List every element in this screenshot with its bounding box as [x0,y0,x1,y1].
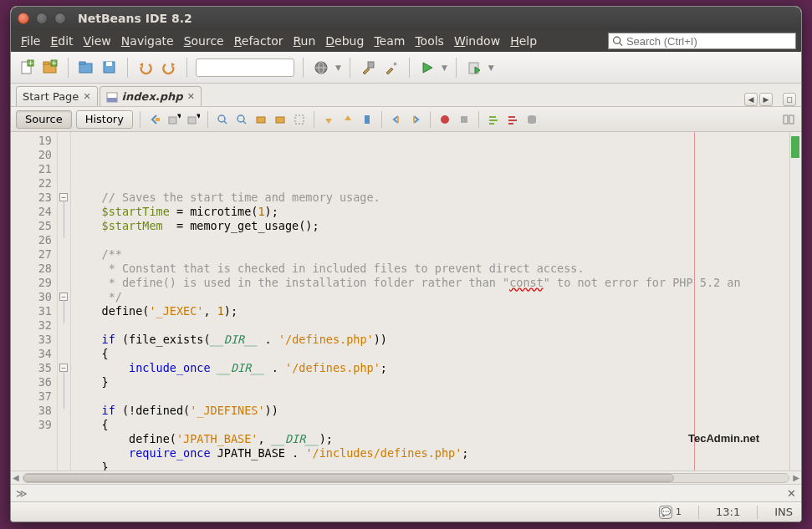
tab-close-icon[interactable]: ✕ [187,91,195,102]
comment-icon[interactable] [486,112,501,127]
svg-text:+: + [28,59,33,67]
new-project-icon[interactable]: + [41,58,59,77]
menu-team[interactable]: Team [369,32,410,50]
tabs-scroll-right-button[interactable]: ▶ [759,93,773,106]
overview-ruler[interactable] [789,132,801,471]
tab-close-icon[interactable]: ✕ [83,91,90,102]
history-view-button[interactable]: History [76,110,133,129]
split-view-icon[interactable] [781,112,796,127]
notifications-button[interactable]: 💬 1 [659,506,682,519]
search-icon [612,35,623,47]
find-selection-icon[interactable] [253,112,268,127]
notification-count: 1 [676,506,682,517]
run-icon[interactable] [418,58,437,77]
menubar: FileEditViewNavigateSourceRefactorRunDeb… [11,30,801,52]
svg-rect-30 [276,117,284,123]
quick-search-input[interactable] [626,35,792,48]
svg-rect-19 [107,98,117,102]
clean-build-icon[interactable] [382,58,401,77]
macro-record-icon[interactable] [437,112,452,127]
window-minimize-button[interactable] [36,13,48,24]
db-icon[interactable] [524,112,539,127]
svg-rect-20 [156,118,160,121]
svg-rect-6 [43,62,49,64]
svg-point-0 [614,37,620,43]
menu-refactor[interactable]: Refactor [229,32,289,50]
svg-line-26 [224,121,227,124]
svg-rect-12 [106,62,112,66]
globe-icon[interactable] [312,58,330,77]
cursor-position: 13:1 [716,506,740,518]
svg-rect-9 [79,64,92,73]
toggle-highlight-icon[interactable] [273,112,288,127]
shift-left-icon[interactable] [389,112,404,127]
code-content[interactable]: TecAdmin.net // Saves the start time and… [71,132,801,471]
insert-mode[interactable]: INS [774,506,793,518]
undo-icon[interactable] [136,58,155,77]
svg-rect-16 [368,62,374,68]
nav-back-icon[interactable] [147,112,162,127]
svg-point-35 [441,115,449,124]
redo-icon[interactable] [160,58,178,77]
menu-tools[interactable]: Tools [410,32,449,50]
debug-icon[interactable] [465,58,483,77]
build-icon[interactable] [359,58,377,77]
svg-point-25 [218,115,225,122]
menu-view[interactable]: View [79,32,116,50]
save-all-icon[interactable] [100,58,119,77]
menu-edit[interactable]: Edit [45,32,78,50]
svg-rect-23 [188,117,196,124]
find-prev-icon[interactable] [215,112,230,127]
svg-rect-29 [257,117,265,123]
toggle-rect-select-icon[interactable] [292,112,307,127]
prev-bookmark-icon[interactable] [321,112,336,127]
watermark-text: TecAdmin.net [688,431,759,445]
horizontal-scrollbar[interactable]: ◀ ▶ [11,471,801,484]
shift-right-icon[interactable] [408,112,423,127]
line-gutter: 1920212223242526272829303132333435363738… [11,132,58,471]
tabs-scroll-left-button[interactable]: ◀ [744,93,758,106]
next-bookmark-icon[interactable] [340,112,355,127]
statusbar: 💬 1 13:1 INS [11,501,801,521]
source-view-button[interactable]: Source [16,110,72,129]
svg-rect-31 [295,115,304,124]
breadcrumb-bar: ≫ ✕ [11,484,801,501]
svg-rect-36 [461,116,467,123]
run-config-combo[interactable] [196,58,294,77]
nav-select-icon[interactable]: ▼ [186,112,201,127]
uncomment-icon[interactable] [505,112,520,127]
menu-debug[interactable]: Debug [320,32,369,50]
file-tabs-row: Start Page✕index.php✕ ◀ ▶ ◻ [11,84,801,107]
tabs-maximize-button[interactable]: ◻ [783,93,796,106]
svg-rect-10 [79,62,85,64]
menu-window[interactable]: Window [449,32,505,50]
quick-search[interactable] [608,33,796,49]
menu-help[interactable]: Help [505,32,542,50]
app-window: NetBeans IDE 8.2 FileEditViewNavigateSou… [10,6,802,522]
menu-run[interactable]: Run [288,32,320,50]
svg-text:▼: ▼ [177,113,181,120]
overview-mark [791,136,799,158]
file-tab-index-php[interactable]: index.php✕ [100,86,202,106]
fold-column: −−− [58,132,71,471]
new-file-icon[interactable]: + [18,58,36,77]
svg-line-1 [620,43,622,45]
open-project-icon[interactable] [77,58,95,77]
find-next-icon[interactable] [234,112,249,127]
menu-source[interactable]: Source [179,32,229,50]
menu-file[interactable]: File [16,32,45,50]
breadcrumb-arrow-icon[interactable]: ≫ [16,487,28,500]
menu-navigate[interactable]: Navigate [116,32,179,50]
macro-stop-icon[interactable] [457,112,472,127]
svg-line-28 [243,121,246,124]
file-tab-start-page[interactable]: Start Page✕ [16,86,98,106]
editor-area[interactable]: 1920212223242526272829303132333435363738… [11,132,801,471]
svg-rect-44 [784,115,788,124]
svg-text:+: + [51,59,57,67]
breadcrumb-close-icon[interactable]: ✕ [787,487,796,500]
nav-forward-icon[interactable]: ▼ [166,112,181,127]
window-close-button[interactable] [18,13,29,24]
print-margin [694,132,695,471]
toggle-bookmark-icon[interactable] [360,112,375,127]
window-maximize-button[interactable] [54,13,66,24]
